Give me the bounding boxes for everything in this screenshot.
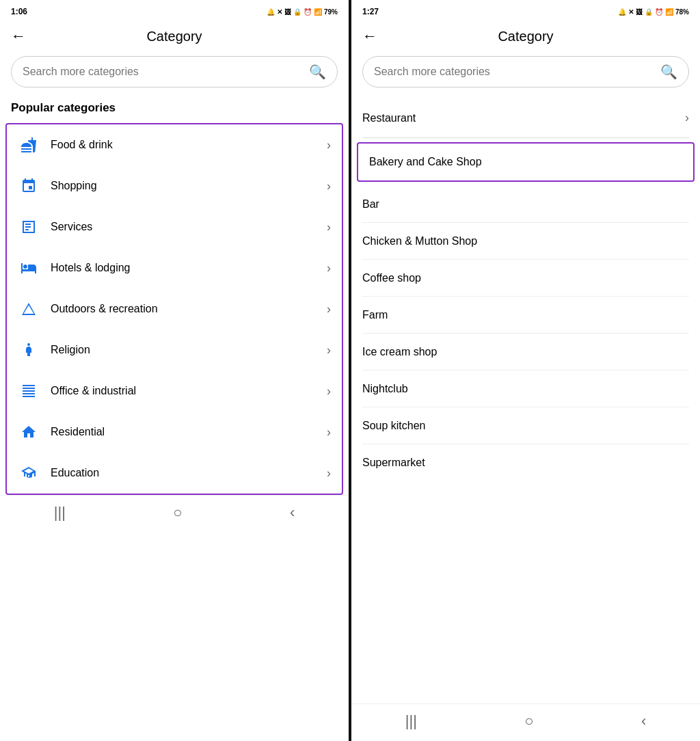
- coffee-item[interactable]: Coffee shop: [351, 260, 700, 297]
- shopping-label: Shopping: [51, 180, 327, 192]
- outdoors-icon: [18, 298, 40, 320]
- soup-item[interactable]: Soup kitchen: [351, 407, 700, 444]
- bakery-label: Bakery and Cake Shop: [369, 156, 482, 167]
- left-search-input[interactable]: [23, 66, 309, 78]
- residential-chevron: ›: [327, 425, 331, 440]
- left-back-button[interactable]: ←: [11, 27, 26, 45]
- right-time: 1:27: [362, 7, 379, 16]
- left-category-list: Food & drink › Shopping ›: [7, 124, 342, 494]
- left-phone-screen: 1:06 🔔 ✕ 🖼 🔒 ⏰ 📶 79% ← Category 🔍 Popula…: [0, 0, 349, 741]
- icecream-item[interactable]: Ice cream shop: [351, 334, 700, 370]
- soup-label: Soup kitchen: [362, 420, 426, 431]
- right-notification-icon: 🔔: [618, 8, 626, 16]
- services-icon: [18, 216, 40, 238]
- left-header: ← Category: [0, 22, 349, 53]
- bakery-item[interactable]: Bakery and Cake Shop: [358, 144, 693, 180]
- bakery-highlighted-wrapper: Bakery and Cake Shop: [357, 142, 695, 182]
- religion-icon: [18, 339, 40, 361]
- residential-label: Residential: [51, 426, 327, 438]
- left-section-title: Popular categories: [0, 98, 349, 123]
- category-item-education[interactable]: Education ›: [7, 453, 342, 494]
- services-chevron: ›: [327, 220, 331, 234]
- category-item-religion[interactable]: Religion ›: [7, 329, 342, 370]
- icecream-label: Ice cream shop: [362, 346, 437, 358]
- food-drink-chevron: ›: [327, 138, 331, 152]
- food-drink-icon: [18, 134, 40, 156]
- religion-chevron: ›: [327, 343, 331, 358]
- outdoors-chevron: ›: [327, 302, 331, 316]
- residential-icon: [18, 421, 40, 443]
- right-back-button[interactable]: ←: [362, 27, 377, 45]
- education-chevron: ›: [327, 466, 331, 481]
- svg-point-0: [27, 343, 30, 346]
- right-battery: 78%: [675, 8, 689, 16]
- bar-item[interactable]: Bar: [351, 186, 700, 223]
- farm-item[interactable]: Farm: [351, 297, 700, 334]
- education-icon: [18, 462, 40, 484]
- category-item-office[interactable]: Office & industrial ›: [7, 370, 342, 412]
- restaurant-chevron: ›: [685, 111, 689, 125]
- restaurant-item-wrapper: Restaurant ›: [351, 98, 700, 138]
- category-item-services[interactable]: Services ›: [7, 206, 342, 247]
- supermarket-label: Supermarket: [362, 457, 425, 468]
- right-alarm-icon: ⏰: [655, 8, 663, 16]
- right-image-icon: 🖼: [636, 8, 643, 16]
- right-lock-icon: 🔒: [645, 8, 653, 16]
- category-item-shopping[interactable]: Shopping ›: [7, 165, 342, 206]
- right-status-bar: 1:27 🔔 ✕ 🖼 🔒 ⏰ 📶 78%: [351, 0, 700, 22]
- office-chevron: ›: [327, 384, 331, 399]
- right-page-title: Category: [383, 29, 669, 44]
- right-search-icon[interactable]: 🔍: [660, 64, 677, 80]
- left-nav-home[interactable]: ○: [173, 504, 182, 522]
- restaurant-item[interactable]: Restaurant ›: [351, 98, 700, 137]
- left-page-title: Category: [31, 29, 317, 44]
- office-icon: [18, 380, 40, 402]
- left-search-bar[interactable]: 🔍: [11, 56, 338, 87]
- category-item-residential[interactable]: Residential ›: [7, 412, 342, 453]
- left-status-icons: 🔔 ✕ 🖼 🔒 ⏰ 📶 79%: [267, 8, 338, 16]
- right-nav-recent[interactable]: |||: [405, 712, 417, 730]
- right-cross-icon: ✕: [628, 8, 634, 16]
- restaurant-label: Restaurant: [362, 112, 416, 124]
- hotels-chevron: ›: [327, 261, 331, 275]
- alarm-icon: ⏰: [304, 8, 312, 16]
- battery-left: 79%: [324, 8, 338, 16]
- bar-label: Bar: [362, 198, 379, 210]
- category-item-food-drink[interactable]: Food & drink ›: [7, 124, 342, 165]
- left-bottom-nav: ||| ○ ‹: [0, 495, 349, 533]
- signal-icon: 📶: [314, 8, 322, 16]
- chicken-item[interactable]: Chicken & Mutton Shop: [351, 223, 700, 260]
- right-search-bar[interactable]: 🔍: [362, 56, 689, 87]
- image-icon: 🖼: [284, 8, 291, 16]
- cross-icon: ✕: [277, 8, 282, 16]
- right-status-icons: 🔔 ✕ 🖼 🔒 ⏰ 📶 78%: [618, 8, 689, 16]
- shopping-chevron: ›: [327, 179, 331, 193]
- hotels-label: Hotels & lodging: [51, 262, 327, 274]
- religion-label: Religion: [51, 344, 327, 356]
- nightclub-item[interactable]: Nightclub: [351, 370, 700, 407]
- lock-icon: 🔒: [293, 8, 301, 16]
- right-nav-home[interactable]: ○: [524, 712, 533, 730]
- right-phone-screen: 1:27 🔔 ✕ 🖼 🔒 ⏰ 📶 78% ← Category 🔍 Restau…: [351, 0, 700, 741]
- services-label: Services: [51, 221, 327, 233]
- outdoors-label: Outdoors & recreation: [51, 303, 327, 315]
- nightclub-label: Nightclub: [362, 383, 408, 394]
- farm-label: Farm: [362, 309, 388, 321]
- right-signal-icon: 📶: [665, 8, 673, 16]
- category-item-outdoors[interactable]: Outdoors & recreation ›: [7, 288, 342, 329]
- right-search-input[interactable]: [374, 66, 660, 78]
- chicken-label: Chicken & Mutton Shop: [362, 235, 477, 247]
- left-nav-back[interactable]: ‹: [290, 504, 295, 522]
- right-nav-back[interactable]: ‹: [641, 712, 646, 730]
- left-time: 1:06: [11, 7, 27, 16]
- left-category-outlined-box: Food & drink › Shopping ›: [5, 123, 343, 495]
- supermarket-item[interactable]: Supermarket: [351, 444, 700, 481]
- left-nav-recent[interactable]: |||: [54, 504, 66, 522]
- right-header: ← Category: [351, 22, 700, 53]
- hotels-icon: [18, 257, 40, 279]
- category-item-hotels[interactable]: Hotels & lodging ›: [7, 247, 342, 288]
- right-items-list: Restaurant › Bakery and Cake Shop Bar Ch…: [351, 98, 700, 703]
- notification-icon: 🔔: [267, 8, 275, 16]
- food-drink-label: Food & drink: [51, 139, 327, 151]
- left-search-icon[interactable]: 🔍: [309, 64, 326, 80]
